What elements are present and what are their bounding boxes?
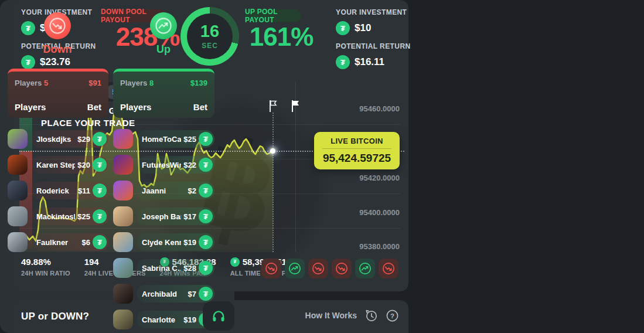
down-pool-total: $91 <box>88 79 101 87</box>
support-button[interactable] <box>203 301 234 331</box>
avatar <box>8 232 28 252</box>
history-icon[interactable] <box>364 308 378 322</box>
avatar <box>113 258 133 278</box>
live-price-label: LIVE BITCOIN <box>330 137 383 145</box>
avatar <box>113 232 133 252</box>
how-it-works-link[interactable]: How It Works <box>305 311 357 320</box>
player-bet-pill: Jaanni $2 ₮ <box>137 182 214 199</box>
tether-icon: ₮ <box>21 21 35 35</box>
player-bet: $7 <box>188 290 196 298</box>
round-status-line2: PLACE YOUR TRADE <box>41 117 141 129</box>
player-name: Clyde Kenn… <box>142 238 181 247</box>
avatar <box>8 129 28 149</box>
player-name: Sabrina C… <box>142 264 181 273</box>
tether-icon: ₮ <box>93 132 107 146</box>
up-players-count: Players 8 <box>120 79 154 87</box>
player-name: Archibald <box>142 290 186 298</box>
stat-value: 194 <box>84 257 99 267</box>
player-name: Roderick <box>36 186 76 195</box>
player-bet: $20 <box>77 161 90 169</box>
down-players-count: Players 5 <box>15 79 48 87</box>
avatar <box>113 284 133 304</box>
avatar <box>113 155 133 175</box>
tether-icon: ₮ <box>199 235 213 249</box>
your-investment-up-block: YOUR INVESTMENT ₮ $10 POTENTIAL RETURN ₮… <box>336 8 418 76</box>
potential-return-value: $16.11 <box>355 56 384 68</box>
player-bet: $25 <box>183 135 196 144</box>
timer-unit: SEC <box>202 42 218 50</box>
round-result-up <box>285 259 305 278</box>
live-price-box: LIVE BITCOIN 95,424.59725 <box>314 132 400 169</box>
player-row: Charlotte $19 ₮ <box>113 310 214 329</box>
player-bet: $19 <box>183 238 196 247</box>
help-icon[interactable]: ? <box>385 308 399 322</box>
player-bet-pill: FuturesWin $22 ₮ <box>137 156 214 174</box>
up-pool-payout-value: 161% <box>240 22 322 52</box>
tether-icon: ₮ <box>199 158 213 172</box>
up-pool-payout-badge: UP POOL PAYOUT <box>245 9 301 22</box>
up-label[interactable]: Up <box>146 43 181 56</box>
player-bet: $2 <box>188 186 196 195</box>
player-bet-pill: Roderick $11 ₮ <box>31 182 108 199</box>
player-bet: $28 <box>183 264 196 273</box>
player-row: Roderick $11 ₮ <box>8 181 108 201</box>
potential-return-value: $23.76 <box>40 56 70 68</box>
player-name: Charlotte <box>142 315 181 324</box>
avatar <box>113 129 133 149</box>
player-bet: $11 <box>78 186 90 195</box>
round-result-down <box>332 259 352 278</box>
bet-down-button[interactable] <box>44 12 71 39</box>
avatar <box>113 206 133 226</box>
player-bet: $25 <box>77 212 90 221</box>
stat-label: 24H WIN RATIO <box>21 270 70 277</box>
tether-icon: ₮ <box>199 209 213 223</box>
player-bet: $29 <box>77 135 90 144</box>
tether-icon: ₮ <box>21 55 35 69</box>
avatar <box>113 181 133 201</box>
player-bet-pill: Karen Step… $20 ₮ <box>31 156 108 174</box>
timer-value: 16 <box>200 23 219 40</box>
player-bet-pill: Sabrina C… $28 ₮ <box>137 259 214 277</box>
player-name: Faulkner <box>36 238 80 247</box>
up-pool-total: $139 <box>190 79 207 87</box>
player-row: Jloskdjks $29 ₮ <box>8 129 108 149</box>
tether-icon: ₮ <box>199 184 213 198</box>
divider <box>322 148 391 149</box>
player-name: Joseph Bar… <box>142 212 181 221</box>
tether-icon: ₮ <box>93 235 107 249</box>
svg-text:?: ? <box>390 312 394 319</box>
bet-up-button[interactable] <box>150 12 177 39</box>
price-axis-label: 95380.0000 <box>359 242 400 251</box>
player-bet: $17 <box>183 212 196 221</box>
avatar <box>113 310 133 329</box>
player-bet: $19 <box>183 315 196 324</box>
investment-label: YOUR INVESTMENT <box>336 8 418 16</box>
tether-icon: ₮ <box>199 287 213 301</box>
tether-icon: ₮ <box>230 257 240 267</box>
round-result-down <box>308 259 328 278</box>
avatar <box>8 206 28 226</box>
player-name: Karen Step… <box>36 161 75 169</box>
current-price-dot <box>270 148 275 154</box>
investment-value: $10 <box>355 22 371 34</box>
footer-title: UP or DOWN? <box>21 311 89 322</box>
tether-icon: ₮ <box>336 55 350 69</box>
player-bet: $22 <box>183 161 196 169</box>
avatar <box>8 181 28 201</box>
up-pool-card: Players 8 $139 Players Bet <box>113 69 214 118</box>
player-bet-pill: Jloskdjks $29 ₮ <box>31 130 108 148</box>
round-result-down <box>261 259 281 278</box>
price-axis-label: 95400.0000 <box>359 208 400 217</box>
round-lock-flag-icon <box>291 100 301 113</box>
player-row: Jaanni $2 ₮ <box>113 181 214 201</box>
player-row: Sabrina C… $28 ₮ <box>113 258 214 278</box>
player-name: Mackintosh <box>36 212 75 221</box>
price-axis-label: 95460.0000 <box>359 104 400 113</box>
tether-icon: ₮ <box>336 21 350 35</box>
round-result-down <box>379 259 398 278</box>
down-label[interactable]: Down <box>40 43 75 56</box>
player-name: Jaanni <box>142 186 186 195</box>
player-row: Mackintosh $25 ₮ <box>8 206 108 226</box>
down-col-players: Players <box>15 102 46 112</box>
round-start-flag-icon <box>268 100 278 113</box>
